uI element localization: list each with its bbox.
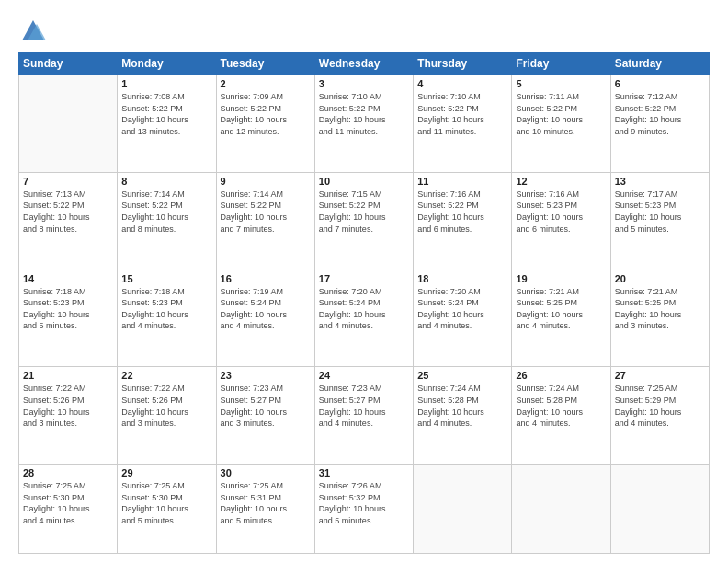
day-info: Sunrise: 7:23 AM Sunset: 5:27 PM Dayligh… bbox=[221, 383, 311, 429]
day-info: Sunrise: 7:16 AM Sunset: 5:23 PM Dayligh… bbox=[516, 189, 606, 235]
day-number: 16 bbox=[221, 273, 311, 284]
day-number: 23 bbox=[221, 370, 311, 381]
day-number: 5 bbox=[516, 78, 606, 89]
day-number: 11 bbox=[417, 176, 507, 187]
calendar-cell: 14Sunrise: 7:18 AM Sunset: 5:23 PM Dayli… bbox=[19, 270, 118, 367]
calendar-cell: 21Sunrise: 7:22 AM Sunset: 5:26 PM Dayli… bbox=[19, 367, 118, 465]
day-info: Sunrise: 7:25 AM Sunset: 5:30 PM Dayligh… bbox=[121, 480, 211, 526]
calendar-cell: 20Sunrise: 7:21 AM Sunset: 5:25 PM Dayli… bbox=[610, 270, 709, 367]
day-info: Sunrise: 7:22 AM Sunset: 5:26 PM Dayligh… bbox=[121, 383, 211, 429]
calendar-header-saturday: Saturday bbox=[610, 52, 709, 75]
day-info: Sunrise: 7:23 AM Sunset: 5:27 PM Dayligh… bbox=[319, 383, 409, 429]
day-number: 26 bbox=[516, 370, 606, 381]
calendar-cell: 27Sunrise: 7:25 AM Sunset: 5:29 PM Dayli… bbox=[610, 367, 709, 465]
day-number: 2 bbox=[221, 78, 311, 89]
calendar-cell: 9Sunrise: 7:14 AM Sunset: 5:22 PM Daylig… bbox=[216, 172, 314, 270]
day-info: Sunrise: 7:09 AM Sunset: 5:22 PM Dayligh… bbox=[221, 91, 311, 137]
calendar-cell: 23Sunrise: 7:23 AM Sunset: 5:27 PM Dayli… bbox=[216, 367, 314, 465]
day-info: Sunrise: 7:24 AM Sunset: 5:28 PM Dayligh… bbox=[417, 383, 507, 429]
day-info: Sunrise: 7:18 AM Sunset: 5:23 PM Dayligh… bbox=[121, 286, 211, 332]
day-info: Sunrise: 7:20 AM Sunset: 5:24 PM Dayligh… bbox=[319, 286, 409, 332]
calendar-cell: 3Sunrise: 7:10 AM Sunset: 5:22 PM Daylig… bbox=[314, 75, 413, 173]
calendar-cell: 8Sunrise: 7:14 AM Sunset: 5:22 PM Daylig… bbox=[118, 172, 216, 270]
calendar-cell: 29Sunrise: 7:25 AM Sunset: 5:30 PM Dayli… bbox=[118, 465, 216, 554]
calendar-cell: 5Sunrise: 7:11 AM Sunset: 5:22 PM Daylig… bbox=[512, 75, 610, 173]
calendar-cell: 13Sunrise: 7:17 AM Sunset: 5:23 PM Dayli… bbox=[610, 172, 709, 270]
calendar-cell: 4Sunrise: 7:10 AM Sunset: 5:22 PM Daylig… bbox=[414, 75, 512, 173]
calendar-week-3: 14Sunrise: 7:18 AM Sunset: 5:23 PM Dayli… bbox=[19, 270, 710, 367]
day-info: Sunrise: 7:22 AM Sunset: 5:26 PM Dayligh… bbox=[23, 383, 113, 429]
calendar-cell: 26Sunrise: 7:24 AM Sunset: 5:28 PM Dayli… bbox=[512, 367, 610, 465]
day-info: Sunrise: 7:15 AM Sunset: 5:22 PM Dayligh… bbox=[319, 189, 409, 235]
day-info: Sunrise: 7:25 AM Sunset: 5:30 PM Dayligh… bbox=[23, 480, 113, 526]
logo-icon bbox=[20, 18, 46, 44]
day-info: Sunrise: 7:11 AM Sunset: 5:22 PM Dayligh… bbox=[516, 91, 606, 137]
day-number: 15 bbox=[121, 273, 211, 284]
calendar-cell: 28Sunrise: 7:25 AM Sunset: 5:30 PM Dayli… bbox=[19, 465, 118, 554]
day-number: 20 bbox=[615, 273, 705, 284]
day-number: 24 bbox=[319, 370, 409, 381]
day-number: 25 bbox=[417, 370, 507, 381]
day-info: Sunrise: 7:12 AM Sunset: 5:22 PM Dayligh… bbox=[615, 91, 705, 137]
day-number: 30 bbox=[221, 467, 311, 478]
calendar-cell: 24Sunrise: 7:23 AM Sunset: 5:27 PM Dayli… bbox=[314, 367, 413, 465]
calendar-cell bbox=[19, 75, 118, 173]
day-number: 21 bbox=[23, 370, 113, 381]
day-info: Sunrise: 7:14 AM Sunset: 5:22 PM Dayligh… bbox=[221, 189, 311, 235]
calendar-header-tuesday: Tuesday bbox=[216, 52, 314, 75]
calendar-header-row: SundayMondayTuesdayWednesdayThursdayFrid… bbox=[19, 52, 710, 75]
header bbox=[18, 15, 710, 44]
day-number: 19 bbox=[516, 273, 606, 284]
calendar-cell: 16Sunrise: 7:19 AM Sunset: 5:24 PM Dayli… bbox=[216, 270, 314, 367]
calendar-cell: 1Sunrise: 7:08 AM Sunset: 5:22 PM Daylig… bbox=[118, 75, 216, 173]
page: SundayMondayTuesdayWednesdayThursdayFrid… bbox=[0, 0, 728, 563]
day-number: 3 bbox=[319, 78, 409, 89]
day-number: 14 bbox=[23, 273, 113, 284]
logo bbox=[18, 18, 46, 44]
day-info: Sunrise: 7:14 AM Sunset: 5:22 PM Dayligh… bbox=[121, 189, 211, 235]
day-number: 8 bbox=[121, 176, 211, 187]
day-info: Sunrise: 7:08 AM Sunset: 5:22 PM Dayligh… bbox=[121, 91, 211, 137]
calendar: SundayMondayTuesdayWednesdayThursdayFrid… bbox=[18, 52, 710, 554]
day-info: Sunrise: 7:13 AM Sunset: 5:22 PM Dayligh… bbox=[23, 189, 113, 235]
calendar-cell: 6Sunrise: 7:12 AM Sunset: 5:22 PM Daylig… bbox=[610, 75, 709, 173]
calendar-week-1: 1Sunrise: 7:08 AM Sunset: 5:22 PM Daylig… bbox=[19, 75, 710, 173]
day-info: Sunrise: 7:19 AM Sunset: 5:24 PM Dayligh… bbox=[221, 286, 311, 332]
day-number: 27 bbox=[615, 370, 705, 381]
day-number: 17 bbox=[319, 273, 409, 284]
calendar-cell: 25Sunrise: 7:24 AM Sunset: 5:28 PM Dayli… bbox=[414, 367, 512, 465]
day-info: Sunrise: 7:18 AM Sunset: 5:23 PM Dayligh… bbox=[23, 286, 113, 332]
calendar-cell: 31Sunrise: 7:26 AM Sunset: 5:32 PM Dayli… bbox=[314, 465, 413, 554]
calendar-cell: 22Sunrise: 7:22 AM Sunset: 5:26 PM Dayli… bbox=[118, 367, 216, 465]
calendar-cell: 10Sunrise: 7:15 AM Sunset: 5:22 PM Dayli… bbox=[314, 172, 413, 270]
calendar-week-4: 21Sunrise: 7:22 AM Sunset: 5:26 PM Dayli… bbox=[19, 367, 710, 465]
calendar-header-thursday: Thursday bbox=[414, 52, 512, 75]
calendar-cell: 15Sunrise: 7:18 AM Sunset: 5:23 PM Dayli… bbox=[118, 270, 216, 367]
day-info: Sunrise: 7:17 AM Sunset: 5:23 PM Dayligh… bbox=[615, 189, 705, 235]
calendar-cell bbox=[512, 465, 610, 554]
day-info: Sunrise: 7:10 AM Sunset: 5:22 PM Dayligh… bbox=[319, 91, 409, 137]
day-info: Sunrise: 7:25 AM Sunset: 5:31 PM Dayligh… bbox=[221, 480, 311, 526]
day-number: 31 bbox=[319, 467, 409, 478]
day-info: Sunrise: 7:25 AM Sunset: 5:29 PM Dayligh… bbox=[615, 383, 705, 429]
day-number: 9 bbox=[221, 176, 311, 187]
calendar-cell: 17Sunrise: 7:20 AM Sunset: 5:24 PM Dayli… bbox=[314, 270, 413, 367]
day-number: 29 bbox=[121, 467, 211, 478]
day-info: Sunrise: 7:21 AM Sunset: 5:25 PM Dayligh… bbox=[615, 286, 705, 332]
calendar-header-monday: Monday bbox=[118, 52, 216, 75]
calendar-week-5: 28Sunrise: 7:25 AM Sunset: 5:30 PM Dayli… bbox=[19, 465, 710, 554]
day-number: 22 bbox=[121, 370, 211, 381]
day-info: Sunrise: 7:10 AM Sunset: 5:22 PM Dayligh… bbox=[417, 91, 507, 137]
day-number: 6 bbox=[615, 78, 705, 89]
calendar-week-2: 7Sunrise: 7:13 AM Sunset: 5:22 PM Daylig… bbox=[19, 172, 710, 270]
day-info: Sunrise: 7:16 AM Sunset: 5:22 PM Dayligh… bbox=[417, 189, 507, 235]
day-number: 18 bbox=[417, 273, 507, 284]
calendar-cell: 30Sunrise: 7:25 AM Sunset: 5:31 PM Dayli… bbox=[216, 465, 314, 554]
calendar-header-sunday: Sunday bbox=[19, 52, 118, 75]
day-number: 13 bbox=[615, 176, 705, 187]
calendar-cell bbox=[414, 465, 512, 554]
calendar-cell: 11Sunrise: 7:16 AM Sunset: 5:22 PM Dayli… bbox=[414, 172, 512, 270]
calendar-cell: 2Sunrise: 7:09 AM Sunset: 5:22 PM Daylig… bbox=[216, 75, 314, 173]
day-info: Sunrise: 7:21 AM Sunset: 5:25 PM Dayligh… bbox=[516, 286, 606, 332]
calendar-cell: 7Sunrise: 7:13 AM Sunset: 5:22 PM Daylig… bbox=[19, 172, 118, 270]
